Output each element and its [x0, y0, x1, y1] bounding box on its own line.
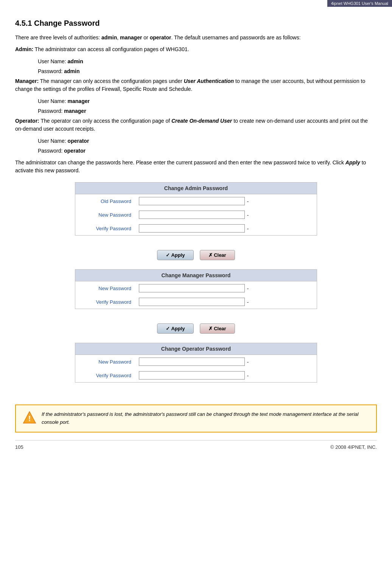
manager-password: Password: manager — [38, 107, 377, 115]
admin-old-password-input[interactable] — [139, 197, 245, 205]
header-title: 4ipnet WHG301 User's Manual — [331, 1, 388, 6]
admin-clear-button[interactable]: ✗ Clear — [200, 250, 235, 260]
admin-verify-password-input[interactable] — [139, 224, 245, 233]
manager-desc: Manager: The manager can only access the… — [15, 77, 377, 93]
manager-verify-password-label: Verify Password — [75, 295, 136, 309]
admin-desc: Admin: The administrator can access all … — [15, 45, 377, 53]
manager-form: Change Manager Password New Password Ver… — [75, 269, 317, 317]
manager-username: User Name: manager — [38, 97, 377, 105]
admin-new-password-input[interactable] — [139, 211, 245, 219]
x-icon-2: ✗ — [208, 326, 213, 331]
admin-button-row: ✓ Apply ✗ Clear — [75, 250, 317, 260]
admin-apply-button[interactable]: ✓ Apply — [157, 250, 193, 260]
admin-form: Change Admin Password Old Password New P… — [75, 182, 317, 243]
manager-verify-password-row: Verify Password — [75, 295, 317, 309]
manager-new-password-label: New Password — [75, 281, 136, 295]
note-box: ! If the administrator's password is los… — [15, 404, 377, 433]
operator-password: Password: operator — [38, 147, 377, 155]
operator-new-password-input[interactable] — [139, 358, 245, 366]
operator-verify-password-row: Verify Password — [75, 369, 317, 382]
warning-icon: ! — [23, 411, 36, 424]
header-bar: 4ipnet WHG301 User's Manual — [327, 0, 392, 7]
note-text: If the administrator's password is lost,… — [42, 411, 369, 426]
checkmark-icon: ✓ — [166, 252, 170, 258]
manager-form-title: Change Manager Password — [75, 270, 317, 281]
footer: 105 © 2008 4IPNET, INC. — [15, 440, 377, 454]
x-icon: ✗ — [208, 252, 213, 258]
operator-verify-password-label: Verify Password — [75, 369, 136, 382]
intro-paragraph: There are three levels of authorities: a… — [15, 34, 377, 42]
admin-new-password-label: New Password — [75, 208, 136, 222]
operator-new-password-row: New Password — [75, 355, 317, 369]
manager-button-row: ✓ Apply ✗ Clear — [75, 323, 317, 334]
admin-old-password-label: Old Password — [75, 194, 136, 208]
admin-form-title: Change Admin Password — [75, 183, 317, 194]
manager-verify-password-input[interactable] — [139, 298, 245, 306]
admin-verify-password-label: Verify Password — [75, 222, 136, 235]
manager-clear-button[interactable]: ✗ Clear — [200, 323, 235, 334]
operator-desc: Operator: The operator can only access t… — [15, 117, 377, 133]
page-number: 105 — [15, 444, 23, 450]
svg-text:!: ! — [28, 414, 31, 423]
main-desc: The administrator can change the passwor… — [15, 159, 377, 175]
manager-new-password-input[interactable] — [139, 284, 245, 292]
section-heading: 4.5.1 Change Password — [15, 19, 377, 28]
admin-password: Password: admin — [38, 67, 377, 75]
checkmark-icon-2: ✓ — [166, 326, 170, 331]
operator-new-password-label: New Password — [75, 355, 136, 369]
copyright: © 2008 4IPNET, INC. — [330, 444, 377, 450]
manager-new-password-row: New Password — [75, 281, 317, 295]
operator-form-title: Change Operator Password — [75, 343, 317, 355]
admin-username: User Name: admin — [38, 57, 377, 66]
operator-verify-password-input[interactable] — [139, 371, 245, 379]
operator-username: User Name: operator — [38, 137, 377, 145]
admin-new-password-row: New Password — [75, 208, 317, 222]
operator-form: Change Operator Password New Password Ve… — [75, 343, 317, 390]
admin-old-password-row: Old Password — [75, 194, 317, 208]
admin-verify-password-row: Verify Password — [75, 222, 317, 235]
manager-apply-button[interactable]: ✓ Apply — [157, 323, 193, 334]
